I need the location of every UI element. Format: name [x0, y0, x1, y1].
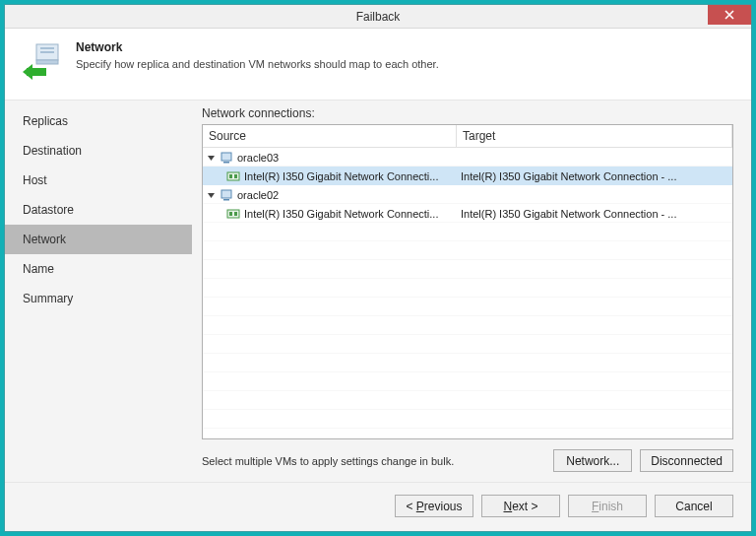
sidebar-item-datastore[interactable]: Datastore	[5, 195, 192, 225]
next-button[interactable]: Next >	[481, 495, 560, 517]
expand-caret-icon[interactable]	[207, 153, 216, 162]
nic-icon	[226, 169, 240, 183]
sidebar-item-host[interactable]: Host	[5, 166, 192, 195]
close-button[interactable]	[708, 5, 751, 25]
titlebar: Failback	[5, 5, 751, 29]
svg-rect-13	[234, 212, 237, 216]
sidebar-item-destination[interactable]: Destination	[5, 136, 192, 166]
svg-rect-6	[227, 172, 239, 180]
svg-rect-9	[221, 190, 231, 198]
svg-rect-10	[223, 199, 229, 201]
nic-target: Intel(R) I350 Gigabit Network Connection…	[457, 208, 732, 220]
svg-rect-12	[229, 212, 232, 216]
wizard-footer: < Previous Next > Finish Cancel	[5, 482, 751, 531]
column-source[interactable]: Source	[203, 125, 457, 147]
grid-body[interactable]: oracle03 Intel(R) I350 Gigabit Network C…	[203, 148, 732, 438]
window-title: Failback	[5, 10, 751, 24]
failback-wizard: Failback Network Specify how replica and…	[4, 4, 752, 532]
svg-rect-1	[36, 60, 58, 64]
nic-source: Intel(R) I350 Gigabit Network Connecti..…	[244, 170, 438, 182]
network-step-icon	[19, 38, 66, 86]
table-row[interactable]: Intel(R) I350 Gigabit Network Connecti..…	[203, 167, 732, 185]
svg-rect-2	[40, 47, 54, 49]
expand-caret-icon[interactable]	[207, 190, 216, 199]
bulk-hint: Select multiple VMs to apply settings ch…	[202, 455, 545, 467]
sidebar-item-network[interactable]: Network	[5, 225, 192, 254]
sidebar-item-name[interactable]: Name	[5, 254, 192, 284]
svg-rect-8	[234, 174, 237, 178]
nic-source: Intel(R) I350 Gigabit Network Connecti..…	[244, 208, 438, 220]
cancel-button[interactable]: Cancel	[655, 495, 733, 517]
group-name: oracle02	[237, 189, 279, 201]
svg-rect-5	[223, 162, 229, 164]
connections-label: Network connections:	[202, 106, 733, 120]
svg-rect-3	[40, 51, 54, 53]
wizard-header: Network Specify how replica and destinat…	[5, 29, 751, 100]
grid-header: Source Target	[203, 125, 732, 148]
nic-icon	[226, 207, 240, 221]
svg-rect-11	[227, 210, 239, 218]
previous-button[interactable]: < Previous	[395, 495, 473, 517]
network-button[interactable]: Network...	[553, 449, 632, 472]
vm-icon	[220, 188, 233, 202]
content-pane: Network connections: Source Target	[192, 100, 751, 482]
wizard-steps-sidebar: Replicas Destination Host Datastore Netw…	[5, 100, 192, 482]
table-row[interactable]: oracle02	[203, 185, 732, 204]
page-description: Specify how replica and destination VM n…	[76, 58, 439, 70]
disconnected-button[interactable]: Disconnected	[640, 449, 733, 472]
finish-button[interactable]: Finish	[568, 495, 647, 517]
nic-target: Intel(R) I350 Gigabit Network Connection…	[457, 170, 732, 182]
sidebar-item-replicas[interactable]: Replicas	[5, 106, 192, 136]
svg-rect-4	[221, 153, 231, 161]
column-target[interactable]: Target	[457, 125, 732, 147]
svg-rect-7	[229, 174, 232, 178]
vm-icon	[220, 151, 233, 165]
group-name: oracle03	[237, 152, 279, 164]
table-row[interactable]: Intel(R) I350 Gigabit Network Connecti..…	[203, 204, 732, 223]
network-connections-grid[interactable]: Source Target oracle03	[202, 124, 733, 439]
sidebar-item-summary[interactable]: Summary	[5, 284, 192, 313]
table-row[interactable]: oracle03	[203, 148, 732, 167]
page-title: Network	[76, 40, 439, 54]
